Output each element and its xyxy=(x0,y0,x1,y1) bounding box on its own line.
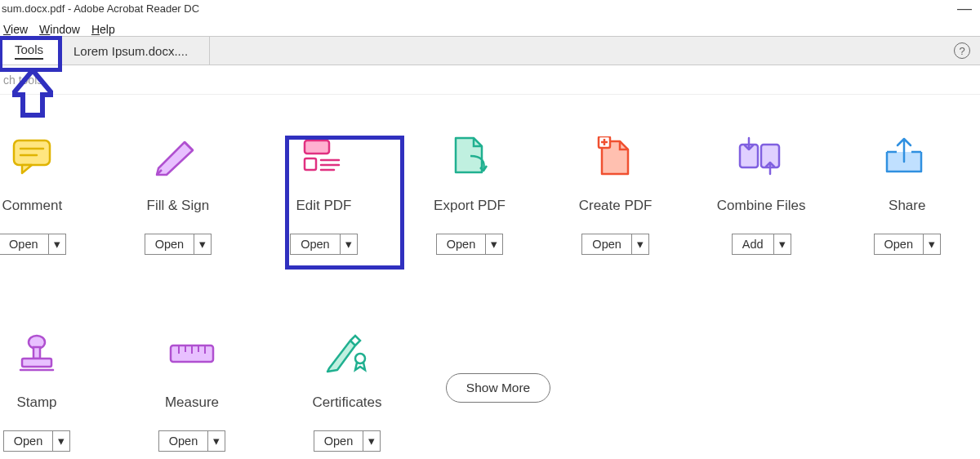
comment-icon xyxy=(12,136,51,178)
svg-rect-15 xyxy=(22,359,51,367)
svg-rect-14 xyxy=(33,347,40,359)
tool-label: Stamp xyxy=(16,394,56,411)
menu-view[interactable]: View xyxy=(3,23,28,36)
tool-measure: Measure Open ▾ xyxy=(114,332,270,452)
tool-open-button[interactable]: Open ▾ xyxy=(3,430,70,452)
tool-comment: Comment Open ▾ xyxy=(0,136,105,255)
export-pdf-icon xyxy=(449,136,490,178)
tools-row: Comment Open ▾ Fill & Sign Open ▾ xyxy=(0,136,980,255)
tab-tools[interactable]: Tools xyxy=(0,37,59,65)
svg-rect-4 xyxy=(305,158,316,170)
tool-label: Comment xyxy=(2,198,62,214)
chevron-down-icon[interactable]: ▾ xyxy=(53,431,69,451)
tab-document[interactable]: Lorem Ipsum.docx.... xyxy=(59,37,210,65)
combine-icon xyxy=(737,136,786,178)
tool-label: Combine Files xyxy=(717,198,806,214)
tool-share: Share Open ▾ xyxy=(834,136,980,255)
tool-label: Fill & Sign xyxy=(147,198,210,214)
chevron-down-icon[interactable]: ▾ xyxy=(341,234,357,254)
svg-rect-3 xyxy=(305,140,329,154)
tools-grid: Comment Open ▾ Fill & Sign Open ▾ xyxy=(0,95,980,452)
tab-bar: Tools Lorem Ipsum.docx.... ? xyxy=(0,36,980,65)
chevron-down-icon[interactable]: ▾ xyxy=(486,234,502,254)
certificate-icon xyxy=(326,332,368,375)
tool-label: Measure xyxy=(165,394,219,411)
minimize-icon[interactable]: — xyxy=(957,0,972,17)
tool-add-button[interactable]: Add ▾ xyxy=(732,234,791,255)
tool-label: Edit PDF xyxy=(296,198,351,214)
svg-point-23 xyxy=(355,354,365,363)
chevron-down-icon[interactable]: ▾ xyxy=(49,234,65,254)
tool-export-pdf: Export PDF Open ▾ xyxy=(397,136,543,255)
tool-stamp: Stamp Open ▾ xyxy=(0,332,114,452)
window-titlebar: sum.docx.pdf - Adobe Acrobat Reader DC — xyxy=(0,0,980,16)
tool-open-button[interactable]: Open ▾ xyxy=(581,234,648,255)
menu-help[interactable]: Help xyxy=(91,23,115,36)
show-more-container: Show More xyxy=(425,332,580,403)
help-icon[interactable]: ? xyxy=(954,42,970,59)
tool-open-button[interactable]: Open ▾ xyxy=(158,430,225,452)
tool-label: Share xyxy=(889,198,925,214)
annotation-arrow-up-icon xyxy=(12,70,53,119)
stamp-icon xyxy=(17,332,56,375)
pen-icon xyxy=(154,136,203,178)
chevron-down-icon[interactable]: ▾ xyxy=(924,234,940,254)
tool-open-button[interactable]: Open ▾ xyxy=(0,234,66,255)
chevron-down-icon[interactable]: ▾ xyxy=(363,431,380,451)
tool-open-button[interactable]: Open ▾ xyxy=(436,234,503,255)
tool-label: Certificates xyxy=(312,394,381,411)
tool-fill-sign: Fill & Sign Open ▾ xyxy=(105,136,252,255)
tool-open-button[interactable]: Open ▾ xyxy=(874,234,941,255)
edit-pdf-icon xyxy=(303,136,344,178)
tool-label: Create PDF xyxy=(579,198,653,214)
chevron-down-icon[interactable]: ▾ xyxy=(774,234,791,254)
ruler-icon xyxy=(169,332,215,375)
svg-rect-0 xyxy=(14,140,50,165)
tool-open-button[interactable]: Open ▾ xyxy=(314,430,381,452)
window-title: sum.docx.pdf - Adobe Acrobat Reader DC xyxy=(2,2,199,15)
show-more-button[interactable]: Show More xyxy=(446,373,550,403)
menubar: View Window Help xyxy=(0,16,980,36)
search-tools-input[interactable]: ch tools xyxy=(0,65,980,95)
tool-create-pdf: Create PDF Open ▾ xyxy=(542,136,688,255)
tool-edit-pdf: Edit PDF Open ▾ xyxy=(251,136,397,255)
tool-label: Export PDF xyxy=(434,198,506,214)
create-pdf-icon xyxy=(597,136,635,178)
tools-row: Stamp Open ▾ Measure Open ▾ xyxy=(0,332,980,452)
tool-combine-files: Combine Files Add ▾ xyxy=(688,136,835,255)
tool-open-button[interactable]: Open ▾ xyxy=(290,234,357,255)
chevron-down-icon[interactable]: ▾ xyxy=(194,234,211,254)
tool-certificates: Certificates Open ▾ xyxy=(270,332,425,452)
chevron-down-icon[interactable]: ▾ xyxy=(208,431,225,451)
share-icon xyxy=(884,136,931,178)
tool-open-button[interactable]: Open ▾ xyxy=(145,234,212,255)
chevron-down-icon[interactable]: ▾ xyxy=(632,234,648,254)
menu-window[interactable]: Window xyxy=(39,23,80,36)
